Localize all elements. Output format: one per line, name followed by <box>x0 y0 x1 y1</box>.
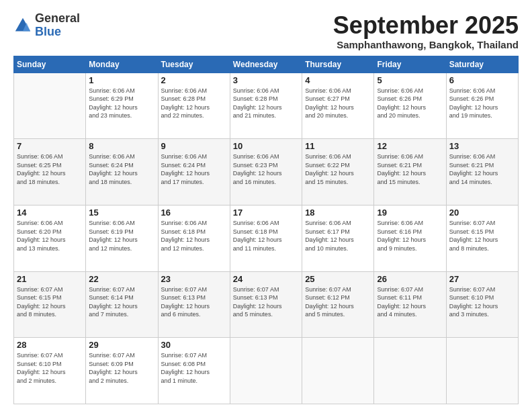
day-info: Sunrise: 6:06 AM Sunset: 6:24 PM Dayligh… <box>89 152 154 186</box>
day-info: Sunrise: 6:06 AM Sunset: 6:18 PM Dayligh… <box>161 219 227 253</box>
table-row: 19Sunrise: 6:06 AM Sunset: 6:16 PM Dayli… <box>374 205 446 271</box>
calendar-week-row: 1Sunrise: 6:06 AM Sunset: 6:29 PM Daylig… <box>14 73 519 139</box>
table-row: 23Sunrise: 6:07 AM Sunset: 6:13 PM Dayli… <box>158 271 230 338</box>
day-number: 9 <box>161 141 227 151</box>
day-number: 24 <box>233 274 299 284</box>
day-info: Sunrise: 6:07 AM Sunset: 6:10 PM Dayligh… <box>449 285 515 319</box>
day-number: 30 <box>161 340 227 350</box>
month-title: September 2025 <box>333 12 519 39</box>
day-info: Sunrise: 6:07 AM Sunset: 6:12 PM Dayligh… <box>305 285 371 319</box>
day-number: 25 <box>305 274 371 284</box>
table-row: 15Sunrise: 6:06 AM Sunset: 6:19 PM Dayli… <box>86 205 158 271</box>
weekday-header-row: Sunday Monday Tuesday Wednesday Thursday… <box>14 56 519 73</box>
table-row: 24Sunrise: 6:07 AM Sunset: 6:13 PM Dayli… <box>230 271 302 338</box>
calendar-week-row: 14Sunrise: 6:06 AM Sunset: 6:20 PM Dayli… <box>14 205 519 271</box>
day-number: 22 <box>89 274 154 284</box>
day-info: Sunrise: 6:06 AM Sunset: 6:21 PM Dayligh… <box>449 152 515 186</box>
day-info: Sunrise: 6:06 AM Sunset: 6:26 PM Dayligh… <box>449 87 515 120</box>
table-row: 5Sunrise: 6:06 AM Sunset: 6:26 PM Daylig… <box>374 73 446 139</box>
header-tuesday: Tuesday <box>158 56 230 73</box>
header-sunday: Sunday <box>14 56 86 73</box>
day-info: Sunrise: 6:07 AM Sunset: 6:11 PM Dayligh… <box>377 285 443 319</box>
day-number: 28 <box>17 340 83 350</box>
table-row: 12Sunrise: 6:06 AM Sunset: 6:21 PM Dayli… <box>374 139 446 205</box>
title-block: September 2025 Samphanthawong, Bangkok, … <box>333 12 519 50</box>
table-row: 20Sunrise: 6:07 AM Sunset: 6:15 PM Dayli… <box>446 205 518 271</box>
day-info: Sunrise: 6:07 AM Sunset: 6:15 PM Dayligh… <box>449 219 515 253</box>
day-number: 2 <box>161 75 227 85</box>
day-info: Sunrise: 6:06 AM Sunset: 6:22 PM Dayligh… <box>305 152 371 186</box>
table-row: 2Sunrise: 6:06 AM Sunset: 6:28 PM Daylig… <box>158 73 230 139</box>
day-number: 20 <box>449 208 515 218</box>
table-row: 14Sunrise: 6:06 AM Sunset: 6:20 PM Dayli… <box>14 205 86 271</box>
table-row: 21Sunrise: 6:07 AM Sunset: 6:15 PM Dayli… <box>14 271 86 338</box>
day-info: Sunrise: 6:06 AM Sunset: 6:16 PM Dayligh… <box>377 219 443 253</box>
header-saturday: Saturday <box>446 56 518 73</box>
day-info: Sunrise: 6:06 AM Sunset: 6:24 PM Dayligh… <box>161 152 227 186</box>
day-info: Sunrise: 6:06 AM Sunset: 6:27 PM Dayligh… <box>305 87 371 120</box>
day-number: 16 <box>161 208 227 218</box>
day-number: 6 <box>449 75 515 85</box>
day-info: Sunrise: 6:06 AM Sunset: 6:21 PM Dayligh… <box>377 152 443 186</box>
table-row: 10Sunrise: 6:06 AM Sunset: 6:23 PM Dayli… <box>230 139 302 205</box>
day-number: 7 <box>17 141 83 151</box>
day-info: Sunrise: 6:06 AM Sunset: 6:19 PM Dayligh… <box>89 219 154 253</box>
header-friday: Friday <box>374 56 446 73</box>
day-number: 27 <box>449 274 515 284</box>
day-info: Sunrise: 6:07 AM Sunset: 6:10 PM Dayligh… <box>17 351 83 385</box>
header-thursday: Thursday <box>302 56 374 73</box>
day-info: Sunrise: 6:06 AM Sunset: 6:29 PM Dayligh… <box>89 87 154 120</box>
day-info: Sunrise: 6:06 AM Sunset: 6:23 PM Dayligh… <box>233 152 299 186</box>
day-number: 12 <box>377 141 443 151</box>
table-row: 29Sunrise: 6:07 AM Sunset: 6:09 PM Dayli… <box>86 338 158 404</box>
table-row: 9Sunrise: 6:06 AM Sunset: 6:24 PM Daylig… <box>158 139 230 205</box>
logo-text: General Blue <box>35 12 80 39</box>
day-info: Sunrise: 6:06 AM Sunset: 6:25 PM Dayligh… <box>17 152 83 186</box>
calendar: Sunday Monday Tuesday Wednesday Thursday… <box>13 56 519 404</box>
day-number: 19 <box>377 208 443 218</box>
day-info: Sunrise: 6:06 AM Sunset: 6:18 PM Dayligh… <box>233 219 299 253</box>
day-info: Sunrise: 6:06 AM Sunset: 6:17 PM Dayligh… <box>305 219 371 253</box>
day-number: 15 <box>89 208 154 218</box>
logo: General Blue <box>13 12 80 39</box>
table-row: 6Sunrise: 6:06 AM Sunset: 6:26 PM Daylig… <box>446 73 518 139</box>
logo-general: General <box>35 12 80 26</box>
table-row: 25Sunrise: 6:07 AM Sunset: 6:12 PM Dayli… <box>302 271 374 338</box>
table-row: 26Sunrise: 6:07 AM Sunset: 6:11 PM Dayli… <box>374 271 446 338</box>
table-row: 7Sunrise: 6:06 AM Sunset: 6:25 PM Daylig… <box>14 139 86 205</box>
day-info: Sunrise: 6:07 AM Sunset: 6:15 PM Dayligh… <box>17 285 83 319</box>
calendar-week-row: 21Sunrise: 6:07 AM Sunset: 6:15 PM Dayli… <box>14 271 519 338</box>
day-info: Sunrise: 6:07 AM Sunset: 6:14 PM Dayligh… <box>89 285 154 319</box>
header-wednesday: Wednesday <box>230 56 302 73</box>
table-row: 11Sunrise: 6:06 AM Sunset: 6:22 PM Dayli… <box>302 139 374 205</box>
day-info: Sunrise: 6:07 AM Sunset: 6:08 PM Dayligh… <box>161 351 227 385</box>
day-info: Sunrise: 6:07 AM Sunset: 6:09 PM Dayligh… <box>89 351 154 385</box>
day-number: 29 <box>89 340 154 350</box>
day-number: 10 <box>233 141 299 151</box>
page: General Blue September 2025 Samphanthawo… <box>0 0 532 411</box>
logo-blue: Blue <box>35 26 80 39</box>
table-row: 13Sunrise: 6:06 AM Sunset: 6:21 PM Dayli… <box>446 139 518 205</box>
table-row: 27Sunrise: 6:07 AM Sunset: 6:10 PM Dayli… <box>446 271 518 338</box>
day-info: Sunrise: 6:07 AM Sunset: 6:13 PM Dayligh… <box>233 285 299 319</box>
day-number: 26 <box>377 274 443 284</box>
table-row <box>302 338 374 404</box>
day-number: 3 <box>233 75 299 85</box>
table-row <box>230 338 302 404</box>
calendar-week-row: 7Sunrise: 6:06 AM Sunset: 6:25 PM Daylig… <box>14 139 519 205</box>
day-info: Sunrise: 6:06 AM Sunset: 6:26 PM Dayligh… <box>377 87 443 120</box>
table-row: 8Sunrise: 6:06 AM Sunset: 6:24 PM Daylig… <box>86 139 158 205</box>
day-info: Sunrise: 6:06 AM Sunset: 6:28 PM Dayligh… <box>161 87 227 120</box>
day-number: 14 <box>17 208 83 218</box>
location: Samphanthawong, Bangkok, Thailand <box>333 39 519 50</box>
table-row <box>446 338 518 404</box>
table-row: 3Sunrise: 6:06 AM Sunset: 6:28 PM Daylig… <box>230 73 302 139</box>
day-number: 21 <box>17 274 83 284</box>
table-row: 4Sunrise: 6:06 AM Sunset: 6:27 PM Daylig… <box>302 73 374 139</box>
header: General Blue September 2025 Samphanthawo… <box>13 12 519 50</box>
table-row: 30Sunrise: 6:07 AM Sunset: 6:08 PM Dayli… <box>158 338 230 404</box>
day-info: Sunrise: 6:06 AM Sunset: 6:20 PM Dayligh… <box>17 219 83 253</box>
day-number: 18 <box>305 208 371 218</box>
calendar-week-row: 28Sunrise: 6:07 AM Sunset: 6:10 PM Dayli… <box>14 338 519 404</box>
day-number: 1 <box>89 75 154 85</box>
